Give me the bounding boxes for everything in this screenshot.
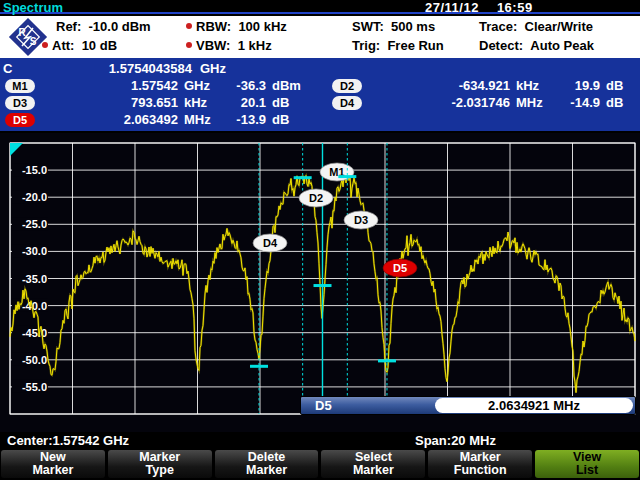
- svg-text:-30.0: -30.0: [22, 245, 47, 257]
- softkey-marker-function[interactable]: MarkerFunction: [428, 450, 532, 478]
- softkey-select-marker[interactable]: SelectMarker: [321, 450, 425, 478]
- marker-table: C 1.5754043584 GHz M1 1.57542 GHz -36.3 …: [0, 58, 640, 133]
- marker-entry-label: D5: [315, 398, 332, 413]
- center-freq-badge: C: [3, 61, 12, 76]
- softkey-bar: NewMarker MarkerType DeleteMarker Select…: [0, 449, 640, 480]
- sweep-time[interactable]: SWT: 500 ms: [352, 19, 435, 34]
- datetime: 27/11/1216:59: [425, 0, 533, 15]
- date-text: 27/11/12: [425, 0, 479, 15]
- mode-title: Spectrum: [3, 0, 63, 15]
- marker-badge-d4: D4: [332, 96, 362, 110]
- softkey-view-list[interactable]: ViewList: [535, 450, 639, 478]
- svg-text:D2: D2: [309, 192, 323, 204]
- svg-text:-50.0: -50.0: [22, 354, 47, 366]
- trace-mode[interactable]: Trace: Clear/Write: [479, 19, 593, 34]
- svg-text:-25.0: -25.0: [22, 218, 47, 230]
- spectrum-analyzer-screen: Spectrum 27/11/1216:59 R S Ref: -10.0 dB…: [0, 0, 640, 480]
- chart-region: -15.0-20.0-25.0-30.0-35.0-40.0-45.0-50.0…: [0, 133, 640, 432]
- svg-text:R: R: [18, 27, 26, 38]
- coupled-dot-icon: [186, 42, 192, 48]
- svg-text:D5: D5: [393, 262, 407, 274]
- svg-text:-35.0: -35.0: [22, 273, 47, 285]
- center-freq-unit: GHz: [200, 61, 226, 76]
- svg-text:-55.0: -55.0: [22, 381, 47, 393]
- ref-level[interactable]: Ref: -10.0 dBm: [56, 19, 151, 34]
- span-setting[interactable]: Span:20 MHz: [415, 433, 496, 448]
- title-bar: Spectrum 27/11/1216:59: [0, 0, 640, 14]
- svg-text:-40.0: -40.0: [22, 300, 47, 312]
- svg-text:-20.0: -20.0: [22, 191, 47, 203]
- settings-panel: R S Ref: -10.0 dBm Att: 10 dB RBW: 100 k…: [0, 16, 640, 58]
- rbw[interactable]: RBW: 100 kHz: [186, 19, 287, 34]
- attenuation[interactable]: Att: 10 dB: [42, 38, 117, 53]
- svg-text:D4: D4: [263, 237, 278, 249]
- time-text: 16:59: [497, 0, 533, 15]
- marker-entry-input[interactable]: 2.0634921 MHz: [435, 398, 633, 413]
- status-bar: Center:1.57542 GHz Span:20 MHz: [0, 432, 640, 449]
- center-frequency[interactable]: Center:1.57542 GHz: [7, 433, 129, 448]
- trigger[interactable]: Trig: Free Run: [352, 38, 444, 53]
- center-freq-row: C 1.5754043584 GHz: [0, 62, 328, 78]
- spectrum-plot: -15.0-20.0-25.0-30.0-35.0-40.0-45.0-50.0…: [0, 133, 640, 432]
- coupled-dot-icon: [186, 23, 192, 29]
- marker-badge-d5: D5: [5, 113, 35, 127]
- softkey-new-marker[interactable]: NewMarker: [1, 450, 105, 478]
- detector[interactable]: Detect: Auto Peak: [479, 38, 594, 53]
- softkey-delete-marker[interactable]: DeleteMarker: [215, 450, 319, 478]
- softkey-marker-type[interactable]: MarkerType: [108, 450, 212, 478]
- marker-badge-d2: D2: [332, 79, 362, 93]
- marker-value-entry: D5 2.0634921 MHz: [300, 396, 636, 415]
- center-freq-value: 1.5754043584: [40, 61, 192, 76]
- svg-text:-15.0: -15.0: [22, 164, 47, 176]
- marker-row-d5[interactable]: D5 2.063492 MHz -13.9 dB: [0, 113, 328, 129]
- marker-row-d4[interactable]: D4 -2.031746 MHz -14.9 dB: [0, 96, 640, 112]
- vbw[interactable]: VBW: 1 kHz: [186, 38, 272, 53]
- coupled-dot-icon: [42, 42, 48, 48]
- marker-row-d2[interactable]: D2 -634.921 kHz 19.9 dB: [0, 79, 640, 95]
- svg-text:D3: D3: [354, 214, 368, 226]
- svg-text:S: S: [30, 36, 37, 47]
